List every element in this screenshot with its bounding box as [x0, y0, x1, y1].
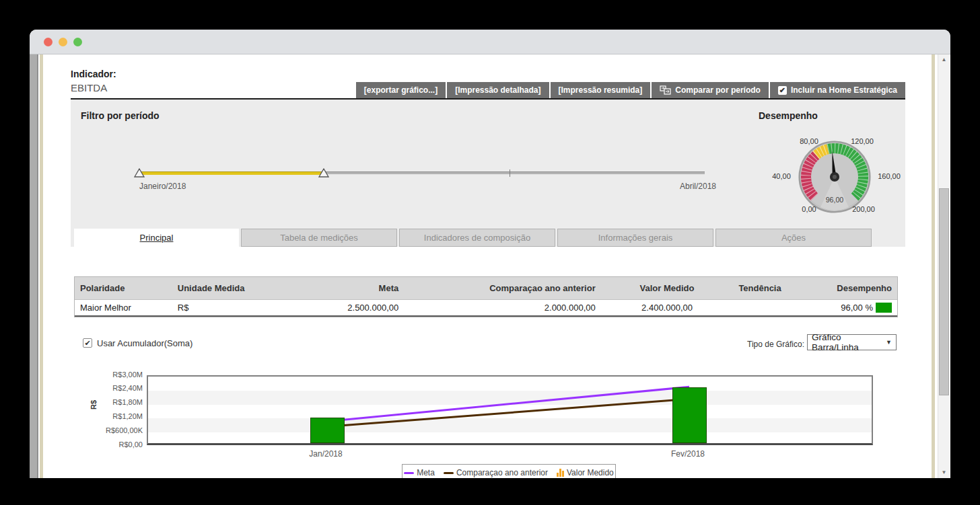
- compare-windows-icon: [660, 85, 671, 95]
- tab-principal[interactable]: Principal: [74, 229, 239, 247]
- chart-plot-area: [147, 375, 873, 445]
- col-valor-medido: Valor Medido: [601, 283, 734, 293]
- legend-valor-medido-label: Valor Medido: [567, 468, 614, 477]
- comparacao-line-swatch: [444, 472, 454, 474]
- page-left-border: [40, 54, 43, 478]
- window-minimize-button[interactable]: [59, 38, 67, 46]
- page-right-border: [932, 54, 935, 478]
- valor-medido-bar-fev[interactable]: [672, 387, 707, 443]
- y-tick-1-8m: R$1,80M: [94, 398, 143, 406]
- window-titlebar: [30, 30, 950, 54]
- y-tick-3m: R$3,00M: [94, 371, 143, 379]
- print-summary-button[interactable]: [Impressão resumida]: [551, 82, 651, 98]
- browser-window: Indicador: EBITDA [exportar gráfico...] …: [30, 30, 950, 478]
- chart-type-select[interactable]: Gráfico Barra/Linha ▼: [807, 334, 897, 350]
- indicator-summary-table: Polaridade Unidade Medida Meta Comparaça…: [74, 276, 898, 317]
- chart-lines-layer: [148, 377, 872, 443]
- y-tick-0: R$0,00: [94, 440, 143, 449]
- export-chart-label: [exportar gráfico...]: [364, 85, 438, 95]
- performance-value: 96,00 %: [841, 303, 873, 313]
- accumulator-label: Usar Acumulador(Soma): [97, 338, 193, 348]
- vertical-scrollbar[interactable]: ▲ ▼: [938, 54, 949, 478]
- gauge-tick-80: 80,00: [800, 137, 818, 145]
- export-chart-button[interactable]: [exportar gráfico...]: [356, 82, 446, 98]
- legend-item-meta[interactable]: Meta: [404, 468, 435, 477]
- y-tick-600k: R$600,00K: [94, 426, 143, 434]
- gauge-value: 96,00: [826, 196, 844, 204]
- compare-period-label: Comparar por período: [675, 85, 761, 95]
- chevron-down-icon: ▼: [886, 339, 892, 346]
- cell-polaridade: Maior Melhor: [75, 303, 172, 313]
- scroll-up-icon[interactable]: ▲: [938, 54, 950, 65]
- print-summary-label: [Impressão resumida]: [559, 85, 643, 95]
- cell-unidade-medida: R$: [172, 303, 290, 313]
- x-tick-jan: Jan/2018: [299, 449, 353, 459]
- chart-type-label: Tipo de Gráfico:: [744, 340, 804, 349]
- cell-valor-medido: 2.400.000,00: [601, 303, 734, 313]
- cell-comparacao: 2.000.000,00: [404, 303, 601, 313]
- include-home-toggle[interactable]: ✔ Incluir na Home Estratégica: [770, 82, 905, 98]
- gauge-title: Desempenho: [759, 110, 818, 121]
- y-axis-title: R$: [90, 400, 98, 410]
- bar-chart-icon: [557, 469, 564, 477]
- compare-period-button[interactable]: Comparar por período: [652, 82, 769, 98]
- scroll-down-icon[interactable]: ▼: [938, 467, 950, 478]
- tab-bar: Principal Tabela de medições Indicadores…: [74, 229, 872, 247]
- performance-status-chip: [876, 303, 892, 313]
- tab-informacoes-gerais[interactable]: Informações gerais: [557, 229, 713, 247]
- legend-meta-label: Meta: [417, 468, 435, 477]
- period-end-label: Abril/2018: [680, 182, 716, 191]
- gauge-tick-160: 160,00: [878, 172, 901, 180]
- include-home-checkbox[interactable]: ✔: [778, 86, 787, 95]
- gauge-tick-40: 40,00: [772, 172, 791, 180]
- col-tendencia: Tendência: [733, 283, 800, 293]
- window-zoom-button[interactable]: [73, 38, 82, 46]
- period-slider-selected-range: [139, 171, 324, 175]
- print-detailed-label: [Impressão detalhada]: [455, 85, 540, 95]
- cell-meta: 2.500.000,00: [289, 303, 404, 313]
- table-header-row: Polaridade Unidade Medida Meta Comparaça…: [75, 277, 897, 300]
- period-start-label: Janeiro/2018: [139, 182, 186, 191]
- gauge-tick-0: 0,00: [802, 205, 816, 213]
- valor-medido-bar-jan[interactable]: [310, 418, 345, 443]
- chart-type-selected-value: Gráfico Barra/Linha: [812, 332, 886, 352]
- include-home-label: Incluir na Home Estratégica: [791, 85, 897, 95]
- print-detailed-button[interactable]: [Impressão detalhada]: [447, 82, 549, 98]
- y-tick-1-2m: R$1,20M: [94, 412, 143, 420]
- period-slider-start-handle[interactable]: [134, 168, 145, 178]
- meta-line-swatch: [404, 472, 414, 474]
- gauge-tick-200: 200,00: [852, 205, 875, 213]
- col-comparacao: Comparaçao ano anterior: [404, 283, 601, 293]
- cell-desempenho: 96,00 %: [800, 303, 897, 313]
- x-tick-fev: Fev/2018: [661, 449, 715, 459]
- gauge-needle-cap: [833, 175, 837, 179]
- scrollbar-thumb[interactable]: [939, 188, 949, 395]
- table-row: Maior Melhor R$ 2.500.000,00 2.000.000,0…: [75, 300, 897, 317]
- legend-item-valor-medido[interactable]: Valor Medido: [557, 468, 614, 477]
- tab-indicadores-de-composicao[interactable]: Indicadores de composição: [399, 229, 555, 247]
- tab-tabela-de-medicoes[interactable]: Tabela de medições: [241, 229, 397, 247]
- col-polaridade: Polaridade: [75, 283, 172, 293]
- chart-legend: Meta Comparaçao ano anterior Valor Medid…: [402, 464, 616, 478]
- legend-comparacao-label: Comparaçao ano anterior: [456, 468, 548, 477]
- col-desempenho: Desempenho: [800, 283, 897, 293]
- period-slider-end-handle[interactable]: [318, 168, 329, 178]
- tab-acoes[interactable]: Ações: [715, 229, 872, 247]
- legend-item-comparacao[interactable]: Comparaçao ano anterior: [444, 468, 548, 477]
- y-tick-2-4m: R$2,40M: [94, 384, 143, 392]
- window-close-button[interactable]: [44, 38, 53, 46]
- period-slider-tick: [510, 169, 510, 177]
- indicator-name: EBITDA: [71, 82, 107, 93]
- col-unidade-medida: Unidade Medida: [172, 283, 290, 293]
- page-left-edge: [30, 54, 38, 478]
- filter-title: Filtro por período: [81, 110, 160, 121]
- col-meta: Meta: [289, 283, 404, 293]
- accumulator-checkbox[interactable]: ✔: [83, 338, 92, 348]
- toolbar: [exportar gráfico...] [Impressão detalha…: [407, 82, 905, 98]
- desktop-background: Indicador: EBITDA [exportar gráfico...] …: [0, 0, 980, 505]
- indicator-label: Indicador:: [71, 69, 116, 79]
- gauge-tick-120: 120,00: [851, 137, 874, 145]
